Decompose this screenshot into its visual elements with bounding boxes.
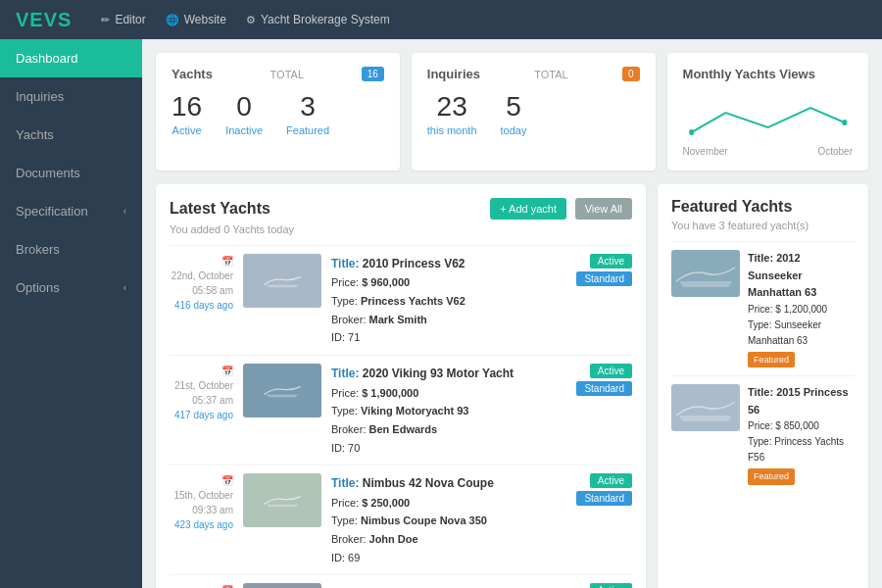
chevron-icon: ‹ (123, 206, 126, 217)
featured-title: Title: 2012 Sunseeker Manhattan 63 (748, 250, 855, 302)
sidebar-label-yachts: Yachts (16, 127, 54, 142)
logo: VEVS (16, 9, 72, 31)
sidebar-item-options[interactable]: Options ‹ (0, 269, 142, 307)
yacht-thumbnail (243, 364, 321, 417)
yachts-card-header: Yachts TOTAL 16 (172, 67, 384, 81)
yachts-card-title: Yachts (172, 67, 213, 81)
sidebar-label-brokers: Brokers (16, 242, 60, 257)
top-nav: VEVS ✏ Editor 🌐 Website ⚙ Yacht Brokerag… (0, 0, 882, 39)
yacht-details: Title: 2020 Viking 93 Motor Yacht Price:… (331, 364, 566, 457)
inquiries-stat-numbers: 23 this month 5 today (427, 93, 640, 136)
nav-editor-label: Editor (115, 13, 145, 26)
main-content: Yachts TOTAL 16 16 Active 0 Inactive 3 (142, 39, 882, 588)
latest-yachts-panel: Latest Yachts + Add yacht View All You a… (156, 184, 646, 588)
yacht-id: ID: 70 (331, 439, 566, 458)
inquiries-total-label: TOTAL (534, 69, 567, 80)
calendar-icon: 📅 (170, 583, 233, 588)
featured-type: Type: Sunseeker Manhattan 63 (748, 318, 855, 349)
yachts-total-badge: 16 (362, 67, 384, 81)
yacht-badges: Active Standard (576, 583, 632, 588)
yacht-img-placeholder (243, 473, 321, 527)
yacht-date: 📅 15th, October 09:33 am 423 days ago (170, 473, 233, 532)
yacht-price: Price: $ 1,900,000 (331, 384, 566, 403)
yacht-price: Price: $ 250,000 (331, 494, 566, 513)
logo-text: VEV (16, 9, 58, 30)
featured-price: Price: $ 1,200,000 (748, 302, 855, 318)
active-badge: Active (590, 364, 632, 378)
nav-website[interactable]: 🌐 Website (166, 13, 226, 26)
standard-badge: Standard (576, 491, 632, 506)
nav-editor[interactable]: ✏ Editor (101, 13, 145, 26)
view-all-button[interactable]: View All (575, 198, 632, 220)
sidebar-item-yachts[interactable]: Yachts (0, 116, 142, 154)
yacht-thumbnail (243, 254, 321, 308)
add-yacht-button[interactable]: + Add yacht (490, 198, 566, 220)
nav-system[interactable]: ⚙ Yacht Brokerage System (246, 13, 390, 26)
calendar-icon: 📅 (170, 473, 233, 488)
main-layout: Dashboard Inquiries Yachts Documents Spe… (0, 39, 882, 588)
featured-title: Title: 2015 Princess 56 (748, 384, 855, 418)
editor-icon: ✏ (101, 14, 110, 26)
featured-item: Title: 2015 Princess 56 Price: $ 850,000… (671, 375, 855, 493)
yacht-img-placeholder (243, 583, 321, 588)
inquiries-today-num: 5 (501, 93, 527, 121)
chart-label-november: November (683, 146, 728, 157)
chart-area (683, 93, 853, 142)
yacht-details: Title: 2010 Princess V62 Price: $ 960,00… (331, 254, 566, 347)
sidebar-item-inquiries[interactable]: Inquiries (0, 77, 142, 116)
latest-yachts-title: Latest Yachts (170, 200, 270, 218)
featured-yachts-header: Featured Yachts (671, 198, 855, 216)
latest-yachts-actions: + Add yacht View All (490, 198, 632, 220)
yacht-broker: Broker: Ben Edwards (331, 420, 566, 439)
inquiries-today-label: today (501, 124, 527, 136)
globe-icon: 🌐 (166, 14, 179, 26)
yacht-title: Title: 2010 Princess V62 (331, 254, 566, 273)
bottom-row: Latest Yachts + Add yacht View All You a… (156, 184, 868, 588)
yacht-type: Type: Princess Yachts V62 (331, 292, 566, 311)
calendar-icon: 📅 (170, 364, 233, 378)
active-badge: Active (590, 583, 632, 588)
stats-row: Yachts TOTAL 16 16 Active 0 Inactive 3 (156, 53, 868, 171)
yacht-details: Title: Nimbus 42 Nova Coupe Price: $ 250… (331, 473, 566, 566)
sidebar-item-documents[interactable]: Documents (0, 154, 142, 192)
yachts-stat-numbers: 16 Active 0 Inactive 3 Featured (172, 93, 384, 136)
yacht-date: 📅 15th, October 08:45 am 423 days ago (170, 583, 233, 588)
inquiries-card-header: Inquiries TOTAL 0 (427, 67, 640, 81)
yacht-badges: Active Standard (576, 254, 632, 286)
logo-accent: S (58, 9, 72, 30)
days-ago: 423 days ago (170, 517, 233, 532)
chart-labels: November October (683, 146, 853, 157)
sidebar-item-specification[interactable]: Specification ‹ (0, 192, 142, 230)
latest-yachts-subtitle: You added 0 Yachts today (170, 223, 632, 235)
chart-title: Monthly Yachts Views (683, 67, 815, 81)
sidebar-item-dashboard[interactable]: Dashboard (0, 39, 142, 77)
active-badge: Active (590, 473, 632, 488)
yacht-id: ID: 71 (331, 328, 566, 347)
yachts-inactive-num: 0 (225, 93, 263, 121)
inquiries-card-title: Inquiries (427, 67, 480, 81)
featured-price: Price: $ 850,000 (748, 418, 855, 434)
svg-point-1 (842, 120, 847, 125)
sidebar-label-documents: Documents (16, 166, 80, 180)
latest-yachts-header: Latest Yachts + Add yacht View All (170, 198, 632, 220)
chart-label-october: October (817, 146, 853, 157)
yacht-broker: Broker: John Doe (331, 530, 566, 549)
nav-system-label: Yacht Brokerage System (261, 13, 390, 26)
featured-badge: Featured (748, 468, 795, 484)
yacht-title: Title: 1993 Bavaria 370 Lagoon (331, 583, 566, 588)
yacht-price: Price: $ 960,000 (331, 273, 566, 292)
standard-badge: Standard (576, 271, 632, 286)
featured-item: Title: 2012 Sunseeker Manhattan 63 Price… (671, 241, 855, 375)
inquiries-month-stat: 23 this month (427, 93, 477, 136)
yacht-type: Type: Viking Motoryacht 93 (331, 402, 566, 420)
sidebar-label-specification: Specification (16, 204, 88, 219)
inquiries-today-stat: 5 today (501, 93, 527, 136)
sidebar-item-brokers[interactable]: Brokers (0, 230, 142, 269)
views-chart (683, 93, 853, 142)
yacht-broker: Broker: Mark Smith (331, 311, 566, 329)
yacht-details: Title: 1993 Bavaria 370 Lagoon Price: $ … (331, 583, 566, 588)
days-ago: 417 days ago (170, 408, 233, 422)
yacht-date: 📅 21st, October 05:37 am 417 days ago (170, 364, 233, 422)
inquiries-month-label: this month (427, 124, 477, 136)
sidebar-label-inquiries: Inquiries (16, 89, 64, 104)
